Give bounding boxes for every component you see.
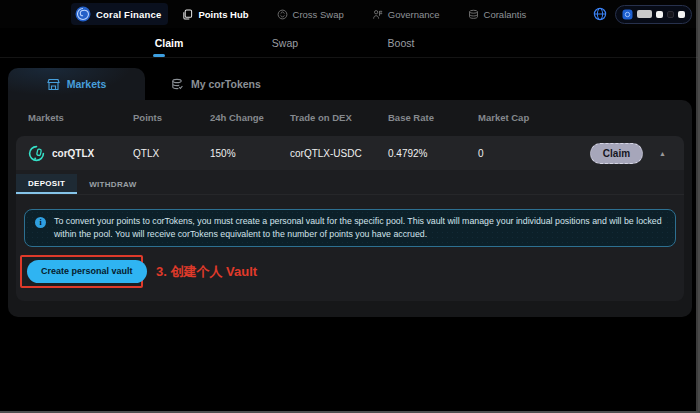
points-hub-icon [182,9,193,20]
tab-boost-label: Boost [388,37,415,49]
wallet-token-icon [656,11,663,18]
governance-icon [372,9,383,20]
nav-item-label: Governance [388,9,440,20]
nav-item-points-hub[interactable]: Points Hub [182,9,248,20]
wallet-settings-icon[interactable] [678,11,685,18]
nav-item-label: Coralantis [484,9,527,20]
points-value: QTLX [133,148,210,159]
collapse-row-icon[interactable]: ▲ [659,150,666,157]
nav-item-governance[interactable]: Governance [372,9,440,20]
row-actions: Claim ▲ [548,143,672,164]
app-window: Coral Finance Points Hub Cross Swap Gove… [0,0,700,413]
tab-my-cortokens[interactable]: My corTokens [145,68,287,100]
create-personal-vault-button[interactable]: Create personal vault [27,260,147,283]
nav-item-label: Cross Swap [293,9,344,20]
corqtlx-token-icon [28,145,45,162]
scrollbar[interactable] [696,0,698,411]
wallet-avatar-icon [622,9,633,20]
tab-withdraw[interactable]: WITHDRAW [77,174,148,194]
wallet-address-redacted [637,10,652,18]
table-row-corqtlx[interactable]: corQTLX QTLX 150% corQTLX-USDC 0.4792% 0… [16,136,684,170]
info-banner-text: To convert your points to corTokens, you… [54,215,665,241]
coral-finance-logo-icon [75,6,91,22]
nav-item-label: Points Hub [198,9,248,20]
table-header-row: Markets Points 24h Change Trade on DEX B… [8,100,692,134]
markets-table-card: Markets Points 24h Change Trade on DEX B… [8,100,692,317]
cortokens-icon [171,78,184,91]
top-right-controls [593,5,692,24]
info-banner: i To convert your points to corTokens, y… [24,209,676,247]
tab-claim[interactable]: Claim [147,37,191,49]
row-detail-panel: DEPOSIT WITHDRAW i To convert your point… [16,170,684,301]
brand-logo[interactable]: Coral Finance [71,3,168,25]
wallet-network-icon [667,11,674,18]
market-name: corQTLX [52,148,94,159]
tab-markets-label: Markets [67,78,107,90]
change-24h-value: 150% [210,148,290,159]
col-market-cap: Market Cap [478,112,548,123]
panel-tabs: Markets My corTokens [8,68,692,100]
nav-item-cross-swap[interactable]: Cross Swap [277,9,344,20]
tab-withdraw-label: WITHDRAW [89,180,136,189]
market-cap-value: 0 [478,148,548,159]
tab-swap-label: Swap [272,37,298,49]
claim-button[interactable]: Claim [590,143,643,164]
base-rate-value: 0.4792% [388,148,478,159]
cross-swap-icon [277,9,288,20]
col-markets: Markets [28,112,133,123]
nav-item-coralantis[interactable]: Coralantis [468,9,527,20]
tab-my-cortokens-label: My corTokens [191,78,261,90]
col-24h-change: 24h Change [210,112,290,123]
globe-icon[interactable] [593,7,607,21]
tab-boost[interactable]: Boost [379,37,423,49]
tab-markets[interactable]: Markets [8,68,145,100]
col-points: Points [133,112,210,123]
markets-panel: Markets My corTokens Markets Points 24h … [8,68,692,317]
active-tab-indicator [153,54,165,57]
market-name-cell: corQTLX [28,145,133,162]
section-tabs: Claim Swap Boost [0,28,698,58]
brand-name: Coral Finance [96,9,161,20]
top-nav-items: Points Hub Cross Swap Governance Coralan… [182,9,526,20]
coralantis-icon [468,9,479,20]
wallet-widget[interactable] [615,5,692,24]
storefront-icon [47,78,60,91]
tab-claim-label: Claim [155,37,184,49]
trade-on-dex-value: corQTLX-USDC [290,148,388,159]
create-vault-zone: Create personal vault 3. 创建个人 Vault [16,247,684,303]
tab-swap[interactable]: Swap [263,37,307,49]
top-navbar: Coral Finance Points Hub Cross Swap Gove… [0,0,698,28]
tab-deposit[interactable]: DEPOSIT [16,174,77,194]
annotation-step-label: 3. 创建个人 Vault [156,263,257,281]
deposit-withdraw-tabs: DEPOSIT WITHDRAW [16,170,684,195]
col-trade-on-dex: Trade on DEX [290,112,388,123]
tab-deposit-label: DEPOSIT [28,179,65,188]
info-icon: i [35,217,46,228]
col-base-rate: Base Rate [388,112,478,123]
